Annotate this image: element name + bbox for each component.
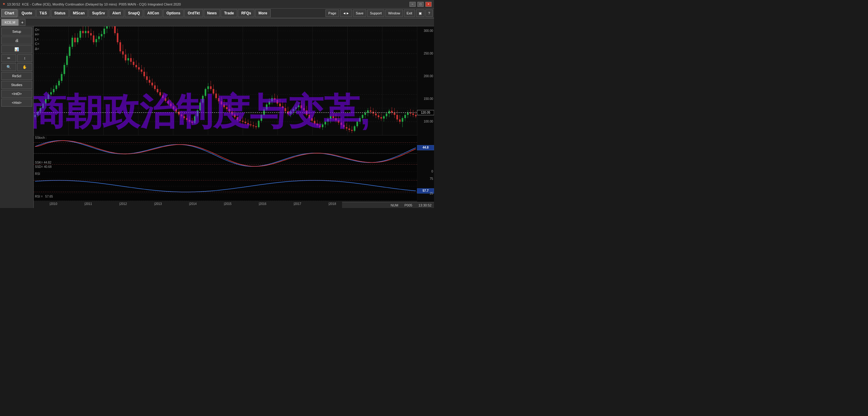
chart-type-button[interactable]: 📊: [1, 45, 32, 53]
status-bar: NUM P005 13:30:52: [342, 202, 434, 208]
delta-label: Δ=: [35, 46, 39, 51]
menu-status[interactable]: Status: [51, 9, 69, 17]
tab-bar: KCE,M +: [0, 19, 434, 26]
menu-options[interactable]: Options: [163, 9, 184, 17]
chart-area: O= H= L= C= Δ= 商朝政治制度与变革, SStoch : SSK= …: [34, 26, 434, 208]
ohlc-info: O= H= L= C= Δ=: [35, 28, 39, 51]
low-label: L=: [35, 37, 39, 42]
title-info: ✦ 13:30:52 KCE - Coffee (ICE), Monthly C…: [2, 2, 181, 6]
page-indicator: P005: [404, 203, 412, 207]
menu-news[interactable]: News: [204, 9, 220, 17]
menu-rfqs[interactable]: RFQs: [238, 9, 254, 17]
window-button[interactable]: Window: [385, 9, 403, 17]
hist-button[interactable]: <Hist>: [1, 99, 32, 106]
menu-supsrv[interactable]: SupSrv: [89, 9, 108, 17]
restore-button[interactable]: □: [417, 2, 424, 7]
close-label: C=: [35, 42, 39, 46]
title-instrument: KCE - Coffee (ICE), Monthly Continuation…: [22, 2, 117, 6]
save-button[interactable]: Save: [353, 9, 366, 17]
nav-button[interactable]: ◄►: [340, 9, 352, 17]
title-bar: ✦ 13:30:52 KCE - Coffee (ICE), Monthly C…: [0, 0, 434, 8]
menu-allcon[interactable]: AllCon: [144, 9, 162, 17]
menu-snapq[interactable]: SnapQ: [125, 9, 144, 17]
menu-mscan[interactable]: MScan: [69, 9, 88, 17]
rsi-value-label: RSI = 57.65: [35, 194, 53, 199]
tab-add-button[interactable]: +: [19, 19, 25, 26]
ssk-label: SSK= 44.82: [35, 161, 52, 165]
zoom-button[interactable]: 🔍: [1, 63, 16, 71]
title-time: 13:30:52: [7, 2, 20, 6]
rsi-values: RSI = 57.65: [35, 194, 53, 199]
icon-row-4: 🔍 ✋: [1, 63, 32, 71]
stochastic-values: SSK= 44.82 SSD= 40.68: [35, 161, 52, 169]
icon-row-2: 📊: [1, 45, 32, 53]
setup-button[interactable]: Setup: [1, 28, 32, 35]
rescl-button[interactable]: ReScl: [1, 72, 32, 80]
menu-bar: Chart Quote T&S Status MScan SupSrv Aler…: [0, 8, 434, 19]
menu-left: Chart Quote T&S Status MScan SupSrv Aler…: [1, 9, 271, 17]
menu-quote[interactable]: Quote: [18, 9, 36, 17]
num-indicator: NUM: [391, 203, 398, 207]
print-button[interactable]: 🖨: [1, 36, 32, 44]
menu-ordtkt[interactable]: OrdTkt: [184, 9, 203, 17]
menu-ts[interactable]: T&S: [36, 9, 50, 17]
main-area: Setup 🖨 📊 ✏ ↕ 🔍 ✋ ReScl Studies <IntD> <…: [0, 26, 434, 208]
hand-button[interactable]: ✋: [17, 63, 32, 71]
support-button[interactable]: Support: [367, 9, 385, 17]
high-label: H=: [35, 32, 39, 37]
candle-chart: [34, 26, 434, 208]
intd-button[interactable]: <IntD>: [1, 90, 32, 98]
minimize-button[interactable]: −: [409, 2, 415, 7]
sidebar: Setup 🖨 📊 ✏ ↕ 🔍 ✋ ReScl Studies <IntD> <…: [0, 26, 34, 208]
page-button[interactable]: Page: [326, 9, 339, 17]
draw-button[interactable]: ✏: [1, 54, 16, 62]
cursor-button[interactable]: ↕: [17, 54, 32, 62]
monitor-button[interactable]: ▣: [416, 9, 425, 17]
open-label: O=: [35, 28, 39, 32]
tab-kce-m[interactable]: KCE,M: [1, 19, 19, 26]
stochastic-label: SStoch :: [35, 136, 46, 139]
exit-button[interactable]: Exit: [404, 9, 415, 17]
close-button[interactable]: ×: [426, 2, 432, 7]
menu-alert[interactable]: Alert: [109, 9, 124, 17]
icon-row-3: ✏ ↕: [1, 54, 32, 62]
time-indicator: 13:30:52: [418, 203, 432, 207]
menu-trade[interactable]: Trade: [221, 9, 237, 17]
rsi-label: RSI: [35, 172, 40, 175]
window-controls: − □ ×: [409, 2, 432, 7]
app-icon: ✦: [2, 2, 5, 6]
menu-chart[interactable]: Chart: [1, 9, 18, 17]
help-button[interactable]: ?: [426, 9, 433, 17]
ssd-label: SSD= 40.68: [35, 165, 52, 169]
icon-row-1: 🖨: [1, 36, 32, 44]
menu-right: Page ◄► Save Support Window Exit ▣ ?: [326, 9, 433, 17]
menu-more[interactable]: More: [255, 9, 271, 17]
studies-button[interactable]: Studies: [1, 81, 32, 89]
title-page: P005 MAIN - CQG Integrated Client 2020: [119, 2, 181, 6]
